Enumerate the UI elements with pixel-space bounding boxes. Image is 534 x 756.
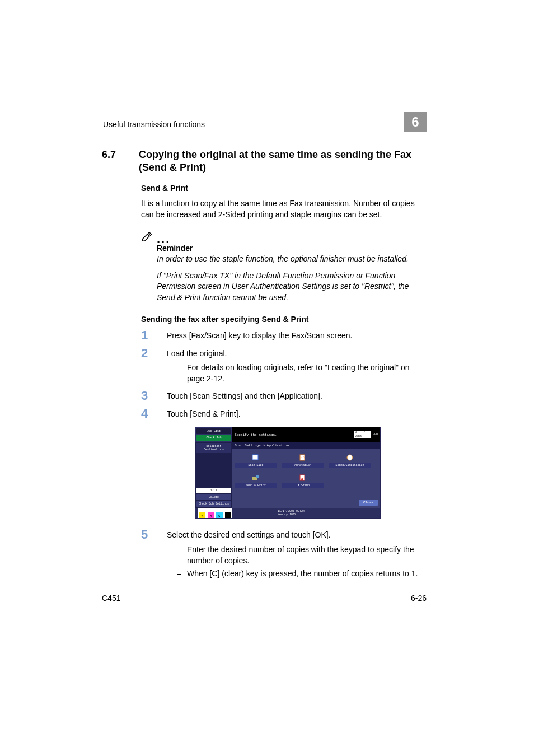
reminder-paragraph-2: If "Print Scan/Fax TX" in the Default Fu… xyxy=(157,270,427,304)
specify-settings-label: Specify the settings. xyxy=(235,433,277,437)
send-print-tile[interactable]: Send & Print xyxy=(235,474,277,488)
tx-stamp-icon xyxy=(298,474,307,482)
tile-label: Send & Print xyxy=(235,483,277,488)
step-number: 2 xyxy=(141,347,154,385)
step-3: 3 Touch [Scan Settings] and then [Applic… xyxy=(141,391,427,402)
breadcrumb: Scan Settings > Application xyxy=(232,442,380,449)
step-subitem: Enter the desired number of copies with … xyxy=(177,544,427,566)
send-print-icon xyxy=(251,474,260,482)
memory-label: Memory 100% xyxy=(278,513,305,516)
stamp-composition-icon xyxy=(345,454,354,461)
footer-rule xyxy=(102,591,427,591)
section-heading: 6.7 Copying the original at the same tim… xyxy=(102,148,427,174)
svg-rect-5 xyxy=(256,475,259,478)
step-text: Select the desired end settings and touc… xyxy=(167,530,331,539)
step-1: 1 Press [Fax/Scan] key to display the Fa… xyxy=(141,330,427,342)
step-number: 3 xyxy=(141,390,154,402)
ui-screenshot: Job List Check Job Specify the settings.… xyxy=(195,427,381,519)
step-5: 5 Select the desired end settings and to… xyxy=(141,530,427,579)
step-number: 4 xyxy=(141,408,154,420)
steps-heading: Sending the fax after specifying Send & … xyxy=(141,315,427,324)
reminder-paragraph-1: In order to use the staple function, the… xyxy=(157,254,427,265)
tile-label: Stamp/Composition xyxy=(329,463,371,468)
check-job-settings-button[interactable]: Check Job Settings xyxy=(196,501,231,507)
page-footer: C451 6-26 xyxy=(102,594,427,603)
tile-label: TX Stamp xyxy=(282,483,324,488)
step-number: 1 xyxy=(141,329,154,342)
scan-size-icon xyxy=(251,454,260,461)
tx-stamp-tile[interactable]: TX Stamp xyxy=(282,474,324,488)
section-number: 6.7 xyxy=(102,148,124,174)
step-2: 2 Load the original. For details on load… xyxy=(141,348,427,385)
send-print-heading: Send & Print xyxy=(141,184,427,193)
page-indicator: 1/ 1 xyxy=(196,488,231,493)
broadcast-destinations-label: Broadcast Destinations xyxy=(196,443,231,453)
tile-label: Scan Size xyxy=(235,463,277,468)
running-head-text: Useful transmission functions xyxy=(103,120,205,129)
footer-model: C451 xyxy=(102,594,120,603)
footer-page-number: 6-26 xyxy=(411,594,427,603)
step-4: 4 Touch [Send & Print]. xyxy=(141,409,427,420)
running-header: Useful transmission functions 6 xyxy=(102,118,427,136)
chapter-number-badge: 6 xyxy=(404,112,427,132)
step-text: Press [Fax/Scan] key to display the Fax/… xyxy=(167,330,427,342)
annotation-icon: 1/2 xyxy=(298,454,307,461)
delete-button[interactable]: Delete xyxy=(196,494,231,500)
job-list-tab[interactable]: Job List xyxy=(196,428,231,434)
job-counter: 000 xyxy=(373,433,378,436)
reminder-icon-row: ... xyxy=(141,230,427,242)
header-rule xyxy=(102,138,427,138)
status-indicator: No. of Jobs xyxy=(354,431,371,438)
step-text: Load the original. xyxy=(167,349,227,358)
svg-point-3 xyxy=(347,455,353,460)
annotation-tile[interactable]: 1/2 Annotation xyxy=(282,454,324,468)
step-subitem: For details on loading originals, refer … xyxy=(177,362,427,384)
svg-rect-0 xyxy=(252,455,258,460)
close-button[interactable]: Close xyxy=(359,500,378,506)
svg-text:1/2: 1/2 xyxy=(301,456,306,459)
send-print-paragraph: It is a function to copy at the same tim… xyxy=(141,198,427,220)
ellipsis-icon: ... xyxy=(157,236,170,242)
step-subitem: When [C] (clear) key is pressed, the num… xyxy=(177,568,427,580)
step-text: Touch [Scan Settings] and then [Applicat… xyxy=(167,391,427,402)
tile-label: Annotation xyxy=(282,463,324,468)
toner-indicator: Y M C K xyxy=(198,508,232,518)
check-job-tab[interactable]: Check Job xyxy=(196,435,231,441)
step-text: Touch [Send & Print]. xyxy=(167,409,427,420)
step-number: 5 xyxy=(141,529,154,579)
svg-point-7 xyxy=(301,478,303,480)
scan-size-tile[interactable]: Scan Size xyxy=(235,454,277,468)
section-title: Copying the original at the same time as… xyxy=(139,148,427,174)
stamp-composition-tile[interactable]: Stamp/Composition xyxy=(329,454,371,468)
reminder-label: Reminder xyxy=(157,244,427,253)
pencil-icon xyxy=(141,230,153,242)
